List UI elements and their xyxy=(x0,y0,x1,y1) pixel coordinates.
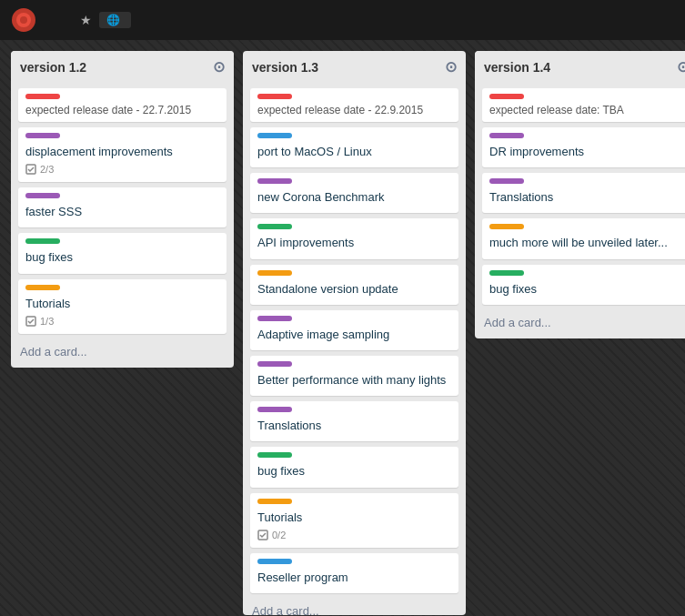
column-col3: version 1.4⊙expected release date: TBADR… xyxy=(475,51,685,338)
card-title: new Corona Benchmark xyxy=(257,189,451,206)
card-meta: 2/3 xyxy=(25,164,219,175)
card-label-bar xyxy=(25,133,60,138)
column-header-col3: version 1.4⊙ xyxy=(475,51,685,83)
add-card-button-col3[interactable]: Add a card... xyxy=(475,310,685,338)
card-title: Translations xyxy=(257,418,451,434)
card-label-bar xyxy=(257,270,292,276)
column-menu-icon-col1[interactable]: ⊙ xyxy=(213,58,225,76)
app-logo xyxy=(11,7,36,33)
card-title: Standalone version update xyxy=(257,281,451,298)
list-item[interactable]: Tutorials 0/2 xyxy=(250,493,458,548)
list-item[interactable]: bug fixes xyxy=(250,447,458,487)
card-title: API improvements xyxy=(257,235,451,251)
add-card-button-col2[interactable]: Add a card... xyxy=(243,599,466,615)
globe-icon: 🌐 xyxy=(106,14,120,26)
card-label-bar xyxy=(489,224,524,229)
list-item[interactable]: Standalone version update xyxy=(250,265,458,305)
card-label-bar xyxy=(257,499,292,504)
column-title-col3: version 1.4 xyxy=(484,60,550,75)
checklist-icon xyxy=(257,530,268,540)
list-item[interactable]: DR improvements xyxy=(482,127,685,167)
card-title: Tutorials xyxy=(25,296,219,312)
card-title: displacement improvements xyxy=(25,144,219,160)
column-body-col3: DR improvementsTranslationsmuch more wil… xyxy=(475,127,685,310)
board: version 1.2⊙expected release date - 22.7… xyxy=(0,40,685,616)
list-item[interactable]: faster SSS xyxy=(18,187,227,227)
card-title: DR improvements xyxy=(489,144,683,160)
svg-point-2 xyxy=(20,16,27,24)
list-item[interactable]: much more will be unveiled later... xyxy=(482,218,685,258)
release-date-card-col2: expected release date - 22.9.2015 xyxy=(250,88,458,122)
list-item[interactable]: Translations xyxy=(250,401,458,441)
card-meta: 0/2 xyxy=(257,530,451,540)
release-date-text-col1: expected release date - 22.7.2015 xyxy=(25,104,191,116)
add-card-button-col1[interactable]: Add a card... xyxy=(11,339,234,368)
list-item[interactable]: API improvements xyxy=(250,218,458,258)
card-title: bug fixes xyxy=(489,281,683,298)
card-title: port to MacOS / Linux xyxy=(257,144,451,160)
card-checklist-count: 1/3 xyxy=(40,316,54,327)
list-item[interactable]: Better performance with many lights xyxy=(250,356,458,396)
card-label-bar xyxy=(489,270,524,276)
column-title-col1: version 1.2 xyxy=(20,60,86,75)
list-item[interactable]: bug fixes xyxy=(18,233,227,273)
column-header-col1: version 1.2⊙ xyxy=(11,51,234,83)
release-date-text-col3: expected release date: TBA xyxy=(489,104,624,116)
card-title: bug fixes xyxy=(257,463,451,480)
release-bar-col3 xyxy=(489,94,524,99)
app-container: ★ 🌐 version 1.2⊙expected release date - … xyxy=(0,0,685,616)
release-bar-col2 xyxy=(257,94,292,99)
release-bar-col1 xyxy=(25,94,60,99)
column-menu-icon-col2[interactable]: ⊙ xyxy=(445,58,457,76)
card-label-bar xyxy=(257,224,292,229)
card-title: much more will be unveiled later... xyxy=(489,235,683,251)
visibility-badge: 🌐 xyxy=(99,12,131,28)
card-label-bar xyxy=(25,193,60,198)
column-body-col2: port to MacOS / Linuxnew Corona Benchmar… xyxy=(243,127,466,599)
list-item[interactable]: displacement improvements 2/3 xyxy=(18,127,227,182)
list-item[interactable]: Translations xyxy=(482,173,685,213)
header: ★ 🌐 xyxy=(0,0,685,40)
card-title: Better performance with many lights xyxy=(257,372,451,389)
card-label-bar xyxy=(489,178,524,184)
header-actions: ★ 🌐 xyxy=(80,12,131,28)
card-label-bar xyxy=(257,133,292,138)
checklist-icon xyxy=(25,316,36,327)
list-item[interactable]: Tutorials 1/3 xyxy=(18,279,227,334)
list-item[interactable]: bug fixes xyxy=(482,265,685,305)
card-title: Tutorials xyxy=(257,510,451,526)
list-item[interactable]: Reseller program xyxy=(250,553,458,593)
list-item[interactable]: new Corona Benchmark xyxy=(250,173,458,213)
card-checklist-count: 0/2 xyxy=(272,530,286,540)
card-label-bar xyxy=(489,133,524,138)
card-checklist-count: 2/3 xyxy=(40,164,54,175)
card-label-bar xyxy=(25,238,60,244)
list-item[interactable]: Adaptive image sampling xyxy=(250,310,458,350)
column-col2: version 1.3⊙expected release date - 22.9… xyxy=(243,51,466,615)
release-date-card-col1: expected release date - 22.7.2015 xyxy=(18,88,227,122)
card-title: faster SSS xyxy=(25,204,219,220)
card-title: bug fixes xyxy=(25,249,219,266)
card-label-bar xyxy=(257,452,292,458)
column-menu-icon-col3[interactable]: ⊙ xyxy=(677,58,685,76)
card-label-bar xyxy=(25,285,60,290)
card-label-bar xyxy=(257,559,292,564)
checklist-icon xyxy=(25,164,36,175)
card-title: Adaptive image sampling xyxy=(257,327,451,343)
card-label-bar xyxy=(257,361,292,367)
column-body-col1: displacement improvements 2/3faster SSSb… xyxy=(11,127,234,339)
release-date-text-col2: expected release date - 22.9.2015 xyxy=(257,104,423,116)
column-header-col2: version 1.3⊙ xyxy=(243,51,466,83)
list-item[interactable]: port to MacOS / Linux xyxy=(250,127,458,167)
column-title-col2: version 1.3 xyxy=(252,60,318,75)
column-col1: version 1.2⊙expected release date - 22.7… xyxy=(11,51,234,368)
card-label-bar xyxy=(257,316,292,321)
card-title: Translations xyxy=(489,189,683,206)
card-title: Reseller program xyxy=(257,570,451,586)
card-label-bar xyxy=(257,178,292,184)
card-label-bar xyxy=(257,407,292,412)
release-date-card-col3: expected release date: TBA xyxy=(482,88,685,122)
card-meta: 1/3 xyxy=(25,316,219,327)
star-icon[interactable]: ★ xyxy=(80,13,92,27)
